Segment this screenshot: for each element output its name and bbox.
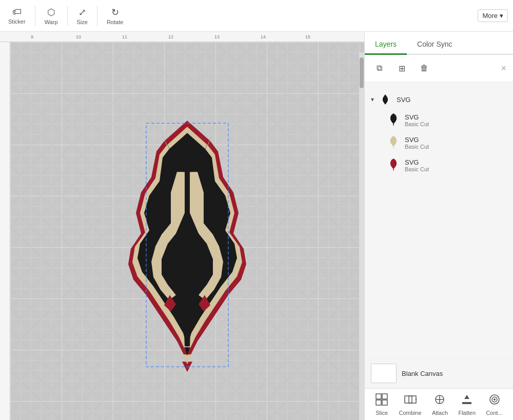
- scrollbar-vertical[interactable]: [359, 52, 364, 420]
- group-thumb-svg: [379, 93, 391, 106]
- layer-item-info-red: SVG Basic Cut: [405, 158, 429, 172]
- group-thumb: [378, 92, 392, 107]
- layer-item-red[interactable]: SVG Basic Cut: [386, 154, 507, 176]
- warp-tool[interactable]: ⬡ Warp: [42, 5, 61, 27]
- svg-black-layer: [137, 133, 237, 355]
- rotate-icon: ↻: [111, 7, 119, 18]
- copy-to-mat-button[interactable]: ⧉: [371, 60, 387, 76]
- size-label: Size: [77, 19, 88, 25]
- svg-rect-5: [405, 396, 412, 403]
- more-chevron-icon: ▾: [500, 12, 503, 19]
- svg-marker-7: [415, 399, 417, 400]
- canvas-area[interactable]: 9 10 11 12 13 14 15: [0, 32, 364, 420]
- more-label: More: [482, 12, 498, 19]
- layer-list: ▾ SVG: [365, 82, 513, 358]
- canvas-grid[interactable]: [10, 42, 364, 420]
- blank-canvas-section: Blank Canvas: [365, 358, 513, 388]
- combine-icon: [404, 393, 417, 409]
- combine-tool[interactable]: Combine: [395, 391, 426, 418]
- rotate-label: Rotate: [107, 19, 123, 25]
- trash-icon: 🗑: [420, 64, 428, 73]
- attach-label: Attach: [432, 410, 448, 416]
- divider-3: [97, 6, 97, 26]
- ruler-num-10: 10: [76, 34, 81, 39]
- warp-label: Warp: [45, 19, 58, 25]
- panel-bottom-toolbar: Slice Combine: [365, 388, 513, 420]
- ruler-num-11: 11: [122, 34, 127, 39]
- chevron-down-icon: ▾: [371, 96, 374, 103]
- layer-item-black[interactable]: SVG Basic Cut: [386, 109, 507, 131]
- slice-tool[interactable]: Slice: [371, 391, 392, 418]
- divider-2: [67, 6, 68, 26]
- rotate-tool[interactable]: ↻ Rotate: [104, 5, 126, 27]
- slice-icon: [375, 393, 388, 409]
- copy-to-mat-icon: ⧉: [377, 64, 382, 73]
- svg-rect-2: [382, 394, 387, 399]
- paste-button[interactable]: ⊞: [393, 60, 410, 76]
- artwork-svg: [100, 110, 274, 377]
- main-area: 9 10 11 12 13 14 15: [0, 32, 513, 420]
- flatten-icon: [460, 393, 473, 409]
- flatten-label: Flatten: [458, 410, 476, 416]
- panel-tabs: Layers Color Sync: [365, 32, 513, 55]
- layer-thumb-tan: [386, 135, 401, 150]
- blank-canvas-label: Blank Canvas: [402, 370, 443, 377]
- attach-tool[interactable]: Attach: [428, 391, 452, 418]
- layer-item-info-tan: SVG Basic Cut: [405, 136, 429, 150]
- svg-point-14: [494, 398, 496, 401]
- delete-button[interactable]: 🗑: [416, 60, 432, 76]
- attach-icon: [433, 393, 446, 409]
- svg-rect-1: [376, 394, 381, 399]
- flatten-tool[interactable]: Flatten: [454, 391, 480, 418]
- warp-icon: ⬡: [47, 7, 55, 18]
- close-icon: ✕: [501, 64, 507, 72]
- layer-group-svg: ▾ SVG: [365, 87, 513, 179]
- group-name: SVG: [397, 96, 410, 104]
- sticker-icon: 🏷: [12, 7, 22, 17]
- ruler-num-13: 13: [214, 34, 220, 39]
- contour-icon: [488, 393, 501, 409]
- layer-thumb-black: [386, 113, 401, 127]
- blank-canvas-item[interactable]: Blank Canvas: [371, 364, 507, 383]
- ruler-num-14: 14: [261, 34, 266, 39]
- svg-rect-11: [462, 402, 471, 404]
- contour-tool[interactable]: Cont...: [482, 391, 506, 418]
- combine-label: Combine: [399, 410, 422, 416]
- close-panel-button[interactable]: ✕: [501, 64, 507, 72]
- svg-rect-3: [376, 400, 381, 405]
- layer-group-header[interactable]: ▾ SVG: [371, 90, 507, 109]
- layer-thumb-red: [386, 158, 401, 172]
- contour-label: Cont...: [486, 410, 502, 416]
- tab-layers[interactable]: Layers: [365, 35, 407, 55]
- layer-item-info-black: SVG Basic Cut: [405, 113, 429, 127]
- artwork-wrapper[interactable]: [100, 110, 274, 379]
- sticker-tool[interactable]: 🏷 Sticker: [5, 5, 29, 27]
- ruler-num-12: 12: [168, 34, 173, 39]
- layer-item-tan[interactable]: SVG Basic Cut: [386, 131, 507, 154]
- tab-color-sync[interactable]: Color Sync: [407, 35, 462, 55]
- layer-children: SVG Basic Cut SVG: [371, 109, 507, 176]
- divider-1: [35, 6, 35, 26]
- scrollbar-thumb[interactable]: [360, 57, 364, 88]
- svg-rect-6: [409, 396, 416, 403]
- sticker-label: Sticker: [8, 18, 26, 25]
- top-toolbar: 🏷 Sticker ⬡ Warp ⤢ Size ↻ Rotate More ▾: [0, 0, 513, 32]
- size-icon: ⤢: [78, 7, 86, 18]
- ruler-num-15: 15: [305, 34, 310, 39]
- ruler-horizontal: 9 10 11 12 13 14 15: [0, 32, 364, 42]
- panel-toolbar: ⧉ ⊞ 🗑 ✕: [365, 55, 513, 82]
- ruler-vertical: [0, 42, 10, 420]
- svg-rect-4: [382, 400, 387, 405]
- size-tool[interactable]: ⤢ Size: [74, 5, 91, 27]
- paste-icon: ⊞: [399, 64, 405, 73]
- blank-canvas-thumbnail: [371, 364, 397, 383]
- right-panel: Layers Color Sync ⧉ ⊞ 🗑 ✕: [364, 32, 513, 420]
- more-button[interactable]: More ▾: [478, 9, 508, 22]
- slice-label: Slice: [376, 410, 388, 416]
- ruler-num-9: 9: [31, 34, 33, 39]
